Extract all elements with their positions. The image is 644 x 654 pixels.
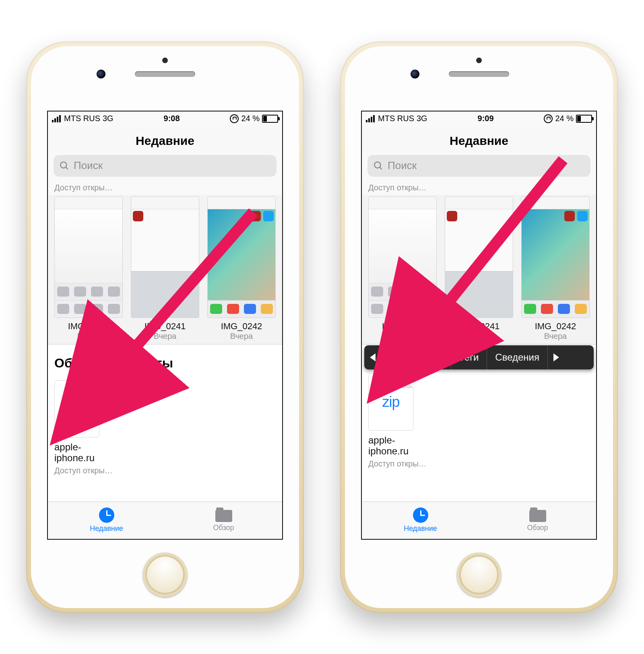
screen-right: MTS RUS 3G 9:09 24 % Недавние Поиск Дост… — [361, 111, 597, 540]
clock-icon — [413, 508, 428, 523]
recent-row[interactable]: IMG_0240 Вчера IMG_0241 Вчера — [48, 195, 282, 344]
thumbnail — [207, 196, 276, 318]
recent-name: IMG_0242 — [521, 321, 590, 332]
svg-line-4 — [380, 167, 382, 169]
battery-icon — [576, 115, 592, 123]
thumbnail — [131, 196, 199, 318]
recent-date: Вчера — [445, 332, 513, 341]
tab-label: Недавние — [90, 524, 123, 533]
recent-item[interactable]: IMG_0240 Вчера — [54, 196, 123, 341]
folder-icon — [215, 510, 232, 522]
clock-icon — [99, 508, 114, 523]
menu-share-button[interactable]: Поделиться — [381, 345, 451, 369]
tab-browse[interactable]: Обзор — [165, 502, 282, 539]
page-title: Недавние — [362, 126, 596, 153]
search-field[interactable]: Поиск — [54, 155, 277, 177]
section-header: Общие документы — [54, 356, 276, 371]
screen-left: MTS RUS 3G 9:08 24 % Недавние Поиск Дост… — [47, 111, 283, 540]
recent-date: Вчера — [131, 332, 199, 341]
file-item[interactable]: zip apple-iphone.ru Доступ откры… — [368, 373, 433, 468]
clock-label: 9:08 — [164, 114, 180, 123]
status-bar: MTS RUS 3G 9:08 24 % — [48, 111, 282, 126]
tab-recent[interactable]: Недавние — [362, 502, 479, 539]
menu-next-button[interactable] — [548, 345, 565, 369]
file-name: apple-iphone.ru — [54, 442, 119, 464]
front-camera — [411, 70, 419, 78]
proximity-sensor — [476, 58, 482, 63]
recent-item[interactable]: IMG_0242 Вчера — [521, 196, 590, 341]
file-extension: zip — [382, 394, 399, 411]
proximity-sensor — [162, 58, 168, 63]
status-bar: MTS RUS 3G 9:09 24 % — [362, 111, 596, 126]
file-name: apple-iphone.ru — [368, 435, 433, 457]
search-icon — [59, 161, 70, 171]
menu-label: Поделиться — [389, 352, 443, 363]
earpiece-speaker — [135, 71, 195, 77]
recent-name: IMG_0241 — [445, 321, 513, 332]
recent-name: IMG_0240 — [54, 321, 123, 332]
network-label: 3G — [417, 114, 427, 123]
battery-icon — [262, 115, 278, 123]
thumbnail — [445, 196, 513, 318]
thumbnail — [368, 196, 437, 318]
search-placeholder: Поиск — [74, 159, 103, 172]
recent-date: Вчера — [521, 332, 590, 341]
shared-documents-section: Общие документы zip apple-iphone.ru Дост… — [48, 345, 282, 501]
svg-point-3 — [374, 162, 380, 168]
shared-hint: Доступ откры… — [362, 181, 596, 195]
menu-label: Теги — [459, 352, 479, 363]
clock-label: 9:09 — [478, 114, 494, 123]
tab-bar: Недавние Обзор — [48, 501, 282, 539]
carrier-label: MTS RUS — [64, 114, 100, 123]
recent-item[interactable]: IMG_0241 Вчера — [131, 196, 199, 341]
rotation-lock-icon — [230, 114, 239, 123]
tab-label: Недавние — [404, 524, 437, 533]
thumbnail — [54, 196, 123, 318]
svg-line-1 — [66, 167, 68, 169]
front-camera — [97, 70, 105, 78]
file-extension: zip — [68, 400, 85, 417]
recent-date: Вчера — [368, 332, 437, 341]
recent-name: IMG_0240 — [368, 321, 437, 332]
recent-item[interactable]: IMG_0242 Вчера — [207, 196, 276, 341]
recent-date: Вчера — [54, 332, 123, 341]
rotation-lock-icon — [544, 114, 553, 123]
folder-icon — [529, 510, 546, 522]
recent-item[interactable]: IMG_0240 Вчера — [368, 196, 437, 341]
earpiece-speaker — [449, 71, 509, 77]
phone-right: MTS RUS 3G 9:09 24 % Недавние Поиск Дост… — [340, 41, 618, 613]
signal-icon — [366, 115, 375, 122]
search-field[interactable]: Поиск — [367, 155, 590, 177]
file-item[interactable]: zip apple-iphone.ru Доступ откры… — [54, 380, 119, 475]
file-access-label: Доступ откры… — [54, 466, 119, 475]
file-icon: zip — [368, 373, 413, 431]
tab-label: Обзор — [527, 524, 548, 532]
chevron-right-icon — [553, 353, 559, 361]
battery-label: 24 % — [241, 114, 260, 123]
phone-left: MTS RUS 3G 9:08 24 % Недавние Поиск Дост… — [26, 41, 304, 613]
tab-browse[interactable]: Обзор — [479, 502, 596, 539]
chevron-left-icon — [370, 353, 376, 361]
shared-hint: Доступ откры… — [48, 181, 282, 195]
menu-prev-button[interactable] — [364, 345, 381, 369]
context-menu: Поделиться Теги Сведения — [364, 345, 594, 369]
recent-date: Вчера — [207, 332, 276, 341]
network-label: 3G — [103, 114, 114, 123]
battery-label: 24 % — [555, 114, 574, 123]
menu-label: Сведения — [495, 352, 539, 363]
page-title: Недавние — [48, 126, 282, 153]
home-button[interactable] — [143, 553, 187, 597]
shared-documents-section: Поделиться Теги Сведения zip apple-iphon… — [362, 345, 596, 501]
menu-info-button[interactable]: Сведения — [487, 345, 548, 369]
thumbnail — [521, 196, 590, 318]
menu-tags-button[interactable]: Теги — [451, 345, 487, 369]
search-icon — [373, 161, 384, 171]
signal-icon — [52, 115, 61, 122]
recent-name: IMG_0242 — [207, 321, 276, 332]
file-access-label: Доступ откры… — [368, 459, 433, 468]
tab-recent[interactable]: Недавние — [48, 502, 165, 539]
home-button[interactable] — [457, 553, 501, 597]
recent-item[interactable]: IMG_0241 Вчера — [445, 196, 513, 341]
recent-row[interactable]: IMG_0240 Вчера IMG_0241 Вчера — [362, 195, 596, 344]
callout-tail-icon — [389, 367, 400, 369]
